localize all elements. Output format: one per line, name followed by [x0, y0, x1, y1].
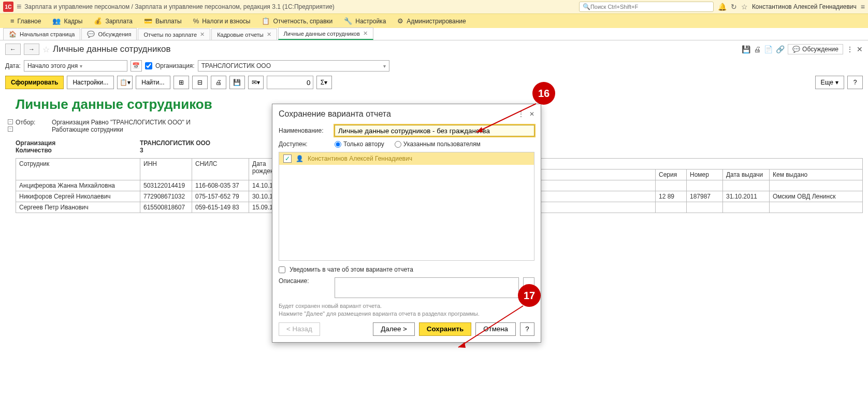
calendar-icon[interactable]: 📅	[131, 60, 142, 72]
tab-close-icon[interactable]: ✕	[267, 31, 271, 38]
desc-input[interactable]	[335, 277, 519, 298]
logo-1c: 1C	[3, 2, 13, 12]
discussion-button[interactable]: 💬 Обсуждение	[788, 44, 843, 54]
tab[interactable]: Кадровые отчеты✕	[211, 29, 277, 40]
bell-icon[interactable]: 🔔	[718, 3, 727, 11]
th-inn: ИНН	[140, 159, 192, 180]
copy-icon-button[interactable]: 📋▾	[117, 76, 133, 89]
expand-icon-button[interactable]: ⊞	[173, 76, 189, 89]
print-icon[interactable]: 🖨	[754, 45, 761, 53]
sigma-icon-button[interactable]: Σ▾	[316, 76, 332, 89]
tab-close-icon[interactable]: ✕	[200, 31, 205, 38]
outline-gutter: − −	[5, 93, 16, 213]
save-icon-button[interactable]: 💾	[229, 76, 245, 89]
outline-toggle[interactable]: −	[8, 119, 13, 124]
menu-icon: 📋	[262, 17, 270, 25]
print-icon-button[interactable]: 🖨	[211, 76, 226, 89]
nav-forward-button[interactable]: →	[24, 44, 39, 55]
username[interactable]: Константинов Алексей Геннадиевич	[752, 3, 857, 10]
date-label: Дата:	[5, 62, 21, 69]
menu-icon: ⚙	[397, 17, 403, 25]
svg-line-2	[458, 306, 523, 347]
callout-16: 16	[532, 82, 555, 105]
menu-item[interactable]: %Налоги и взносы	[188, 15, 256, 27]
export-icon[interactable]: 📄	[764, 45, 773, 53]
dialog-title: Сохранение варианта отчета	[279, 109, 391, 119]
menu-label: Зарплата	[105, 18, 133, 25]
menu-item[interactable]: 💰Зарплата	[89, 15, 138, 27]
tab[interactable]: 💬Обсуждения	[81, 28, 137, 40]
user-icon: 👤	[296, 155, 303, 162]
filter-row: Дата: Начало этого дня▾ 📅 Организация: Т…	[0, 58, 868, 74]
star-icon[interactable]: ☆	[741, 3, 748, 11]
menu-icon: ≡	[10, 17, 15, 25]
tab[interactable]: Личные данные сотрудников✕	[278, 27, 373, 40]
menu-label: Кадры	[64, 18, 82, 25]
burger-icon[interactable]: ≡	[17, 2, 21, 11]
report-toolbar: Сформировать Настройки... 📋▾ Найти... ⊞ …	[0, 74, 868, 91]
radio-users[interactable]: Указанным пользователям	[395, 140, 481, 148]
notify-checkbox[interactable]	[279, 266, 285, 273]
tab[interactable]: 🏠Начальная страница	[3, 28, 80, 40]
save-icon[interactable]: 💾	[742, 45, 750, 53]
more-button[interactable]: Еще ▾	[815, 76, 844, 89]
outline-toggle[interactable]: −	[8, 126, 13, 132]
favorite-star-icon[interactable]: ☆	[42, 45, 50, 54]
org-combo[interactable]: ТРАНСЛОГИСТИК ООО▾	[198, 60, 389, 72]
menu-item[interactable]: ≡Главное	[5, 15, 46, 27]
tab-label: Начальная страница	[20, 31, 75, 37]
menu-item[interactable]: 📋Отчетность, справки	[256, 15, 338, 27]
menu-label: Налоги и взносы	[202, 18, 250, 25]
user-menu-icon[interactable]: ≡	[861, 3, 865, 11]
arrow-16	[471, 101, 539, 137]
menu-icon: %	[193, 17, 199, 25]
org-checkbox[interactable]	[145, 62, 152, 69]
menu-item[interactable]: 🔧Настройка	[339, 15, 391, 27]
page-title: Личные данные сотрудников	[53, 44, 171, 54]
tab-icon: 🏠	[9, 31, 17, 38]
collapse-icon-button[interactable]: ⊟	[192, 76, 208, 89]
number-input[interactable]	[267, 76, 313, 89]
menu-item[interactable]: ⚙Администрирование	[392, 15, 471, 27]
help-button[interactable]: ?	[847, 76, 863, 89]
menu-item[interactable]: 👥Кадры	[47, 15, 88, 27]
svg-line-0	[476, 104, 536, 132]
back-button: < Назад	[279, 322, 320, 336]
tab-icon: 💬	[87, 31, 95, 38]
history-icon[interactable]: ↻	[731, 3, 737, 11]
nav-back-button[interactable]: ←	[5, 44, 21, 55]
user-checkbox[interactable]: ✓	[283, 154, 292, 163]
more-icon[interactable]: ⋮	[846, 45, 853, 53]
next-button[interactable]: Далее >	[373, 322, 415, 336]
tab-close-icon[interactable]: ✕	[363, 30, 368, 37]
mail-icon-button[interactable]: ✉▾	[248, 76, 264, 89]
title-bar: 1C ≡ Зарплата и управление персоналом / …	[0, 0, 868, 13]
settings-button[interactable]: Настройки...	[67, 76, 114, 89]
generate-button[interactable]: Сформировать	[5, 76, 64, 89]
page-header: ← → ☆ Личные данные сотрудников 💾 🖨 📄 🔗 …	[0, 40, 868, 58]
window-title: Зарплата и управление персоналом / Зарпл…	[24, 3, 335, 10]
th-issuedby: Кем выдано	[769, 170, 862, 180]
notify-label: Уведомить в чате об этом варианте отчета	[290, 266, 413, 273]
radio-author[interactable]: Только автору	[335, 140, 384, 148]
global-search[interactable]: 🔍	[579, 2, 714, 12]
th-employee: Сотрудник	[16, 159, 140, 180]
main-menu: ≡Главное👥Кадры💰Зарплата💳Выплаты%Налоги и…	[0, 13, 868, 28]
user-row[interactable]: ✓ 👤 Константинов Алексей Геннадиевич	[279, 152, 534, 165]
org-label: Организация:	[155, 62, 195, 69]
desc-label: Описание:	[279, 277, 330, 285]
meta-org-value: ТРАНСЛОГИСТИК ООО	[140, 139, 210, 147]
close-icon[interactable]: ✕	[857, 45, 863, 53]
link-icon[interactable]: 🔗	[776, 45, 785, 53]
menu-icon: 🔧	[344, 17, 352, 25]
menu-item[interactable]: 💳Выплаты	[139, 15, 187, 27]
tab[interactable]: Отчеты по зарплате✕	[138, 29, 210, 40]
search-input[interactable]	[590, 4, 710, 10]
arrow-17	[453, 303, 526, 352]
user-list[interactable]: ✓ 👤 Константинов Алексей Геннадиевич	[279, 152, 534, 261]
filter-line2: Работающие сотрудники	[52, 126, 191, 133]
find-button[interactable]: Найти...	[136, 76, 170, 89]
date-combo[interactable]: Начало этого дня▾	[24, 60, 127, 72]
th-number: Номер	[686, 170, 722, 180]
tab-label: Личные данные сотрудников	[284, 31, 360, 37]
